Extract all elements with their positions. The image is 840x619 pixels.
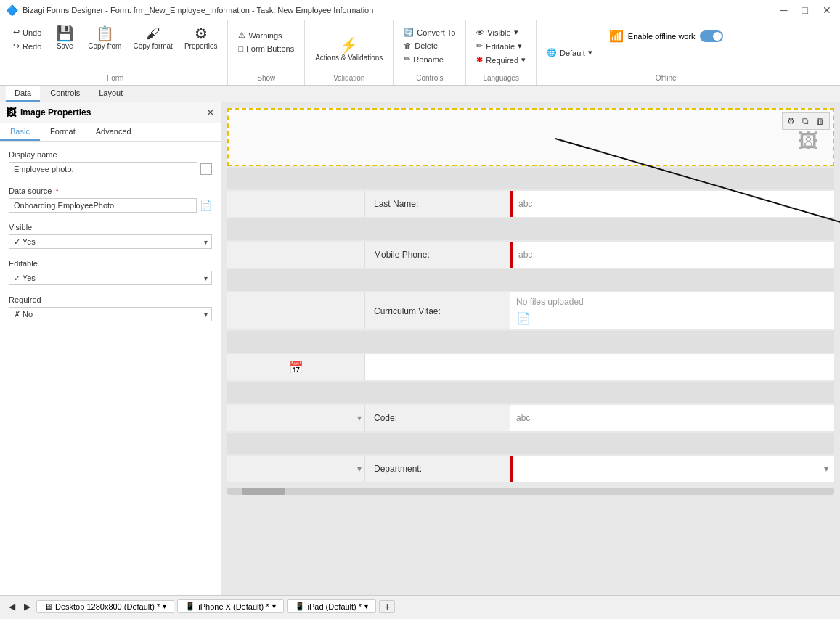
scrollbar-thumb[interactable] — [242, 488, 285, 495]
redo-button[interactable]: ↪ Redo — [9, 40, 46, 52]
default-button[interactable]: 🌐 Default ▾ — [542, 45, 597, 60]
save-button[interactable]: 💾 Save — [49, 23, 81, 53]
device-tab-ipad[interactable]: 📱 iPad (Default) * ▾ — [287, 599, 377, 613]
last-name-value-cell[interactable]: abc — [513, 191, 834, 217]
offline-toggle[interactable] — [700, 30, 723, 42]
department-label-left: ▾ — [227, 456, 365, 482]
maximize-button[interactable]: □ — [799, 4, 811, 16]
image-settings-button[interactable]: ⚙ — [784, 115, 798, 128]
department-row: ▾ Department: ▾ — [227, 456, 834, 482]
last-name-row: Last Name: abc — [227, 191, 834, 217]
offline-label: Enable offline work — [628, 32, 696, 41]
data-source-browse-button[interactable]: 📄 — [200, 200, 212, 211]
ribbon-languages-group: 👁 Visible ▾ ✏ Editable ▾ ✱ Required ▾ La… — [466, 20, 537, 85]
copy-format-button[interactable]: 🖌 Copy format — [129, 23, 176, 53]
department-value-cell[interactable]: ▾ — [513, 456, 834, 482]
close-button[interactable]: ✕ — [820, 4, 834, 16]
mobile-phone-value: abc — [518, 250, 532, 260]
cv-label-cell-left — [227, 292, 365, 329]
panel-close-button[interactable]: ✕ — [206, 107, 215, 118]
data-source-input[interactable] — [9, 198, 197, 213]
required-button[interactable]: ✱ Required ▾ — [472, 54, 530, 66]
calendar-icon: 📅 — [289, 361, 303, 374]
delete-button[interactable]: 🗑 Delete — [399, 40, 460, 52]
ribbon-controls-group: 🔄 Convert To 🗑 Delete ✏ Rename Controls — [394, 20, 466, 85]
display-name-group: Display name — [9, 150, 212, 176]
ipad-chevron: ▾ — [364, 602, 368, 610]
display-name-label: Display name — [9, 150, 212, 159]
cv-label: Curriculum Vitae: — [365, 292, 510, 329]
prev-device-button[interactable]: ◀ — [6, 600, 18, 613]
display-name-checkbox[interactable] — [200, 163, 212, 175]
warnings-icon: ⚠ — [238, 30, 245, 40]
tab-layout[interactable]: Layout — [90, 86, 131, 102]
controls-group-label: Controls — [399, 73, 460, 82]
properties-button[interactable]: ⚙ Properties — [180, 23, 222, 53]
panel-tab-basic[interactable]: Basic — [0, 123, 40, 141]
required-group: Required ✗ No ✓ Yes — [9, 295, 212, 321]
editable-icon: ✏ — [476, 41, 483, 51]
data-source-group: Data source * 📄 — [9, 186, 212, 213]
spacer-row-4 — [227, 331, 834, 353]
code-row: ▾ Code: abc — [227, 405, 834, 431]
calendar-value-cell — [365, 354, 834, 380]
last-name-label: Last Name: — [365, 191, 510, 217]
department-label: Department: — [365, 456, 510, 482]
undo-button[interactable]: ↩ Undo — [9, 26, 46, 38]
convert-icon: 🔄 — [404, 28, 414, 37]
actions-validations-button[interactable]: ⚡ Actions & Validations — [311, 35, 387, 65]
offline-group-label: Offline — [656, 73, 677, 82]
rename-button[interactable]: ✏ Rename — [399, 53, 460, 65]
calendar-icon-cell: 📅 — [227, 354, 365, 380]
panel-tab-format[interactable]: Format — [40, 123, 86, 141]
tab-data[interactable]: Data — [6, 86, 40, 102]
bottom-bar: ◀ ▶ 🖥 Desktop 1280x800 (Default) * ▾ 📱 i… — [0, 595, 840, 617]
editable-label: Editable — [9, 259, 212, 268]
visible-button[interactable]: 👁 Visible ▾ — [472, 26, 530, 38]
toggle-knob — [713, 32, 722, 41]
iphone-chevron: ▾ — [272, 602, 276, 610]
form-buttons-button[interactable]: □ Form Buttons — [234, 43, 298, 54]
main-layout: 🖼 Image Properties ✕ Basic Format Advanc… — [0, 102, 840, 595]
horizontal-scrollbar[interactable] — [227, 488, 834, 495]
visible-label: Visible — [9, 223, 212, 231]
ribbon-form-group: ↩ Undo ↪ Redo 💾 Save 📋 Copy from 🖌 Copy … — [3, 20, 228, 85]
calendar-row: 📅 — [227, 354, 834, 380]
editable-select[interactable]: ✓ Yes ✗ No — [9, 271, 212, 285]
mobile-phone-value-cell[interactable]: abc — [513, 242, 834, 268]
minimize-button[interactable]: ─ — [778, 4, 791, 16]
panel-tabs: Basic Format Advanced — [0, 123, 221, 142]
delete-icon: 🗑 — [404, 41, 412, 50]
image-placeholder: 🖼 — [798, 115, 818, 166]
panel-title: Image Properties — [20, 107, 91, 118]
title-bar: 🔷 Bizagi Forms Designer - Form: frm_New_… — [0, 0, 840, 20]
cv-value-cell[interactable]: No files uploaded 📄 — [510, 292, 834, 329]
ribbon-offline-group: 📶 Enable offline work Offline — [603, 20, 729, 85]
app-logo: 🔷 — [6, 4, 18, 16]
panel-content: Display name Data source * 📄 V — [0, 142, 221, 595]
editable-button[interactable]: ✏ Editable ▾ — [472, 40, 530, 52]
next-device-button[interactable]: ▶ — [21, 600, 33, 613]
default-icon: 🌐 — [547, 48, 557, 57]
device-tab-iphone[interactable]: 📱 iPhone X (Default) * ▾ — [177, 599, 283, 613]
left-panel: 🖼 Image Properties ✕ Basic Format Advanc… — [0, 102, 221, 595]
code-value-cell[interactable]: abc — [510, 405, 834, 431]
convert-to-button[interactable]: 🔄 Convert To — [399, 26, 460, 38]
panel-tab-advanced[interactable]: Advanced — [86, 123, 142, 141]
visible-select[interactable]: ✓ Yes ✗ No — [9, 234, 212, 249]
ribbon-validation-group: ⚡ Actions & Validations Validation — [305, 20, 394, 85]
warnings-button[interactable]: ⚠ Warnings — [234, 29, 298, 41]
mobile-phone-label-cell — [227, 242, 365, 268]
form-group-label: Form — [9, 73, 221, 82]
add-device-button[interactable]: + — [379, 600, 395, 613]
device-tab-desktop[interactable]: 🖥 Desktop 1280x800 (Default) * ▾ — [36, 600, 174, 613]
tab-controls[interactable]: Controls — [41, 86, 89, 102]
iphone-icon: 📱 — [185, 602, 195, 611]
display-name-input[interactable] — [9, 162, 197, 176]
code-label: Code: — [365, 405, 510, 431]
code-dropdown-arrow-left: ▾ — [357, 413, 362, 423]
required-select[interactable]: ✗ No ✓ Yes — [9, 307, 212, 321]
validation-group-label: Validation — [311, 73, 387, 82]
rename-icon: ✏ — [404, 54, 410, 64]
copy-from-button[interactable]: 📋 Copy from — [83, 23, 126, 53]
